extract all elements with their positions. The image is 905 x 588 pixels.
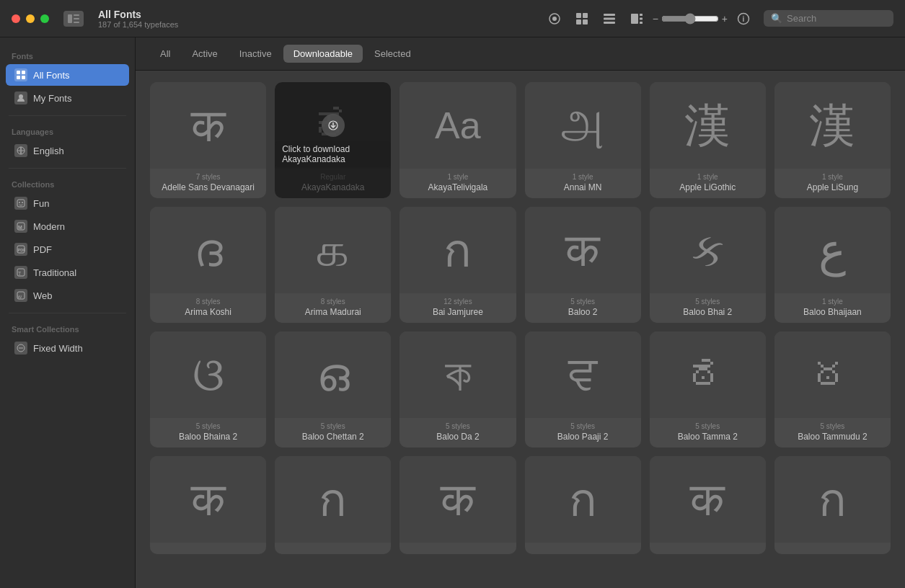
minimize-button[interactable] — [26, 14, 35, 23]
font-styles-baloo-2: 5 styles — [570, 298, 595, 306]
font-preview-baloo-bhai-2: ક — [650, 207, 766, 293]
sidebar-item-pdf[interactable]: PDF PDF — [6, 239, 129, 260]
sidebar-divider-3 — [9, 313, 126, 313]
my-fonts-label: My Fonts — [33, 93, 71, 104]
font-card-apple-ligothic[interactable]: 漢1 styleApple LiGothic — [650, 82, 766, 198]
font-name-baloo-bhaina-2: Baloo Bhaina 2 — [179, 432, 237, 442]
font-styles-adelle-sans: 7 styles — [196, 173, 221, 181]
info-button[interactable]: i — [732, 9, 755, 29]
font-card-adelle-sans[interactable]: क7 stylesAdelle Sans Devanagari — [150, 82, 266, 198]
maximize-button[interactable] — [40, 14, 49, 23]
font-preview-apple-ligothic: 漢 — [650, 82, 766, 169]
font-card-arima-madurai[interactable]: க8 stylesArima Madurai — [275, 207, 391, 323]
tab-selected[interactable]: Selected — [364, 45, 421, 63]
sidebar-item-all-fonts[interactable]: All Fonts — [6, 64, 129, 86]
svg-rect-8 — [576, 19, 581, 24]
font-card-annai-mn[interactable]: அ1 styleAnnai MN — [525, 82, 641, 198]
app-subtitle: 187 of 1,654 typefaces — [98, 20, 178, 29]
font-card-baloo-tamma-2[interactable]: ಠ5 stylesBaloo Tamma 2 — [650, 331, 766, 447]
sidebar-item-english[interactable]: English — [6, 140, 129, 161]
font-card-baloo-da-2[interactable]: ক5 stylesBaloo Da 2 — [399, 331, 516, 447]
sidebar-item-web[interactable]: W Web — [6, 285, 129, 306]
font-name-apple-lisung: Apple LiSung — [807, 182, 858, 192]
download-tooltip-text: Click to download AkayaKanadaka — [275, 141, 391, 167]
font-preview-akayakanadaka: ಕ Click to download AkayaKanadaka — [275, 82, 391, 169]
font-card-row4-5[interactable]: क — [650, 456, 766, 554]
font-styles-baloo-tammudu-2: 5 styles — [820, 422, 844, 430]
tab-downloadable[interactable]: Downloadable — [283, 45, 363, 63]
toolbar-icons: − + i — [543, 9, 755, 29]
font-card-info-baloo-da-2: 5 stylesBaloo Da 2 — [399, 418, 516, 447]
size-max-icon: + — [722, 13, 728, 24]
sidebar-item-fixed-width[interactable]: Fixed Width — [6, 337, 129, 359]
tab-all[interactable]: All — [150, 45, 180, 63]
fixed-width-icon — [14, 342, 27, 355]
close-button[interactable] — [12, 14, 20, 23]
web-icon: W — [14, 289, 27, 302]
fonts-section-label: Fonts — [0, 46, 135, 63]
font-card-row4-3[interactable]: क — [399, 456, 516, 554]
font-card-akayatelivigala[interactable]: Aa1 styleAkayaTelivigala — [399, 82, 516, 198]
svg-rect-11 — [604, 17, 615, 19]
font-card-baloo-bhai-2[interactable]: ક5 stylesBaloo Bhai 2 — [650, 207, 766, 323]
font-preview-row4-3: क — [399, 456, 516, 543]
download-overlay-akayakanadaka[interactable]: Click to download AkayaKanadaka — [275, 82, 391, 198]
font-preview-baloo-bhaijaan: ع — [774, 207, 891, 293]
fixed-width-label: Fixed Width — [33, 343, 83, 354]
font-preview-baloo-2: क — [525, 207, 641, 293]
tab-active[interactable]: Active — [182, 45, 227, 63]
view-single-button[interactable] — [543, 9, 566, 29]
font-preview-row4-6: ก — [774, 456, 891, 543]
font-name-baloo-da-2: Baloo Da 2 — [436, 432, 479, 442]
font-card-baloo-tammudu-2[interactable]: ఠ5 stylesBaloo Tammudu 2 — [774, 331, 891, 447]
font-preview-row4-5: क — [650, 456, 766, 543]
sidebar-item-modern[interactable]: M Modern — [6, 215, 129, 237]
sidebar-item-traditional[interactable]: T Traditional — [6, 262, 129, 283]
font-card-info-apple-ligothic: 1 styleApple LiGothic — [650, 169, 766, 198]
font-name-baloo-bhai-2: Baloo Bhai 2 — [683, 307, 732, 317]
font-card-akayakanadaka[interactable]: ಕ Click to download AkayaKanadakaRegular… — [275, 82, 391, 198]
tab-inactive[interactable]: Inactive — [229, 45, 282, 63]
search-icon: 🔍 — [771, 13, 782, 24]
font-grid-inner: क7 stylesAdelle Sans Devanagariಕ Click t… — [150, 82, 891, 554]
search-input[interactable] — [787, 13, 880, 24]
svg-rect-9 — [583, 19, 588, 24]
view-list-button[interactable] — [598, 9, 621, 29]
font-styles-annai-mn: 1 style — [573, 173, 593, 181]
view-detail-button[interactable] — [625, 9, 648, 29]
font-card-info-row4-1 — [150, 543, 266, 554]
app-title: All Fonts — [98, 9, 141, 20]
font-card-apple-lisung[interactable]: 漢1 styleApple LiSung — [774, 82, 891, 198]
font-card-info-row4-4 — [525, 543, 641, 554]
font-card-arima-koshi[interactable]: ദ8 stylesArima Koshi — [150, 207, 266, 323]
font-card-bai-jamjuree[interactable]: ก12 stylesBai Jamjuree — [399, 207, 516, 323]
svg-rect-6 — [576, 13, 581, 18]
font-preview-baloo-bhaina-2: ଓ — [150, 331, 266, 418]
font-card-baloo-paaji-2[interactable]: ਵ5 stylesBaloo Paaji 2 — [525, 331, 641, 447]
font-card-row4-1[interactable]: क — [150, 456, 266, 554]
traditional-label: Traditional — [33, 267, 76, 278]
font-card-baloo-bhaina-2[interactable]: ଓ5 stylesBaloo Bhaina 2 — [150, 331, 266, 447]
font-card-baloo-chettan-2[interactable]: ഒ5 stylesBaloo Chettan 2 — [275, 331, 391, 447]
view-grid-button[interactable] — [570, 9, 593, 29]
svg-text:T: T — [18, 271, 22, 276]
size-range-input[interactable] — [661, 13, 719, 24]
font-styles-bai-jamjuree: 12 styles — [443, 298, 472, 306]
font-name-arima-koshi: Arima Koshi — [185, 307, 231, 317]
titlebar: All Fonts 187 of 1,654 typefaces — [0, 0, 905, 37]
svg-rect-0 — [68, 14, 72, 23]
font-preview-baloo-da-2: ক — [399, 331, 516, 418]
modern-icon: M — [14, 220, 27, 233]
sidebar-item-fun[interactable]: Fun — [6, 192, 129, 214]
font-card-baloo-2[interactable]: क5 stylesBaloo 2 — [525, 207, 641, 323]
font-card-row4-4[interactable]: ก — [525, 456, 641, 554]
font-card-baloo-bhaijaan[interactable]: ع1 styleBaloo Bhaijaan — [774, 207, 891, 323]
font-card-info-arima-madurai: 8 stylesArima Madurai — [275, 293, 391, 323]
font-grid: क7 stylesAdelle Sans Devanagariಕ Click t… — [136, 71, 905, 588]
sidebar-toggle-button[interactable] — [63, 11, 84, 27]
font-card-info-baloo-tammudu-2: 5 stylesBaloo Tammudu 2 — [774, 418, 891, 447]
sidebar-item-my-fonts[interactable]: My Fonts — [6, 87, 129, 109]
font-card-row4-6[interactable]: ก — [774, 456, 891, 554]
font-card-row4-2[interactable]: ก — [275, 456, 391, 554]
font-card-info-baloo-bhaina-2: 5 stylesBaloo Bhaina 2 — [150, 418, 266, 447]
